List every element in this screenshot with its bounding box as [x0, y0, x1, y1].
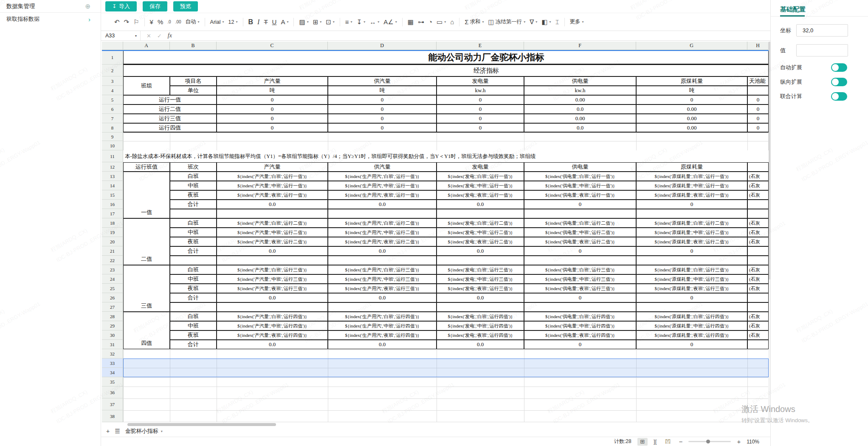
cell[interactable]: ${index('产汽量','夜班','运行二值')}: [217, 237, 328, 246]
cell[interactable]: ${index('生产用汽','白班','运行四值')}: [328, 312, 437, 321]
row-header-24[interactable]: 24: [102, 274, 123, 284]
cell[interactable]: ${index('原煤耗量','夜班','运行四值')}: [636, 330, 747, 340]
cell[interactable]: [747, 162, 769, 172]
pivot-table-icon[interactable]: ⌂: [448, 17, 456, 27]
cell[interactable]: (石灰: [747, 218, 769, 228]
row-header-22[interactable]: 22: [102, 256, 123, 265]
column-header-G[interactable]: G: [636, 42, 747, 50]
cell[interactable]: ${index('产汽量','白班','运行三值')}: [217, 265, 328, 274]
cell[interactable]: [636, 209, 747, 218]
vertical-expand-toggle[interactable]: [831, 78, 847, 86]
cell[interactable]: ${index('生产用汽','夜班','运行四值')}: [328, 330, 437, 340]
cell[interactable]: (石灰: [747, 228, 769, 237]
cell[interactable]: [170, 209, 217, 218]
decimal-increase-icon[interactable]: .00: [173, 18, 183, 25]
cell[interactable]: 中班: [170, 321, 217, 330]
row-header-12[interactable]: 12: [102, 162, 123, 172]
cell[interactable]: 0: [217, 104, 328, 114]
cell[interactable]: ${index('原煤耗量','白班','运行二值')}: [636, 218, 747, 228]
confirm-icon[interactable]: ✓: [157, 33, 162, 39]
row-header-36[interactable]: 36: [102, 387, 123, 398]
cell[interactable]: 供汽量: [328, 162, 437, 172]
coordinate-field-input[interactable]: [796, 24, 848, 37]
cell[interactable]: 合计: [170, 200, 217, 209]
cell[interactable]: (石灰: [747, 274, 769, 284]
strikethrough-icon[interactable]: T: [262, 17, 270, 27]
cell[interactable]: 本-除盐水成本-环保耗材成本，计算各班组节能指标平均值（Y1）=各班组节能指标（…: [123, 150, 769, 162]
cell[interactable]: 0.0: [217, 200, 328, 209]
column-header-H[interactable]: H: [747, 42, 769, 50]
cell[interactable]: 0: [636, 246, 747, 256]
cell[interactable]: 0.0: [217, 293, 328, 302]
cell[interactable]: (石灰: [747, 172, 769, 181]
font-family-dropdown[interactable]: Arial▾: [208, 18, 226, 26]
cell[interactable]: 0.0: [217, 340, 328, 349]
row-header-15[interactable]: 15: [102, 190, 123, 200]
cell[interactable]: [747, 200, 769, 209]
cell[interactable]: ${index('生产用汽','夜班','运行二值')}: [328, 237, 437, 246]
cell[interactable]: [170, 256, 217, 265]
cell[interactable]: 白班: [170, 312, 217, 321]
cell[interactable]: 0.0: [437, 293, 524, 302]
cell[interactable]: ${index('原煤耗量','中班','运行二值')}: [636, 228, 747, 237]
cell[interactable]: 班组: [123, 76, 170, 95]
page-layout-view-icon[interactable]: 凹: [663, 438, 673, 446]
sheet-list-icon[interactable]: ☰: [115, 428, 120, 435]
column-header-D[interactable]: D: [328, 42, 437, 50]
cell[interactable]: [747, 246, 769, 256]
cell[interactable]: [636, 256, 747, 265]
row-header-38[interactable]: 38: [102, 410, 123, 422]
cell[interactable]: 单位: [170, 86, 217, 95]
cell[interactable]: [328, 256, 437, 265]
cell[interactable]: ${index('生产用汽','中班','运行四值')}: [328, 321, 437, 330]
insert-link-icon[interactable]: ⊶: [416, 17, 426, 27]
cell[interactable]: 经济指标: [123, 65, 769, 76]
row-header-1[interactable]: 1: [102, 50, 123, 65]
cell[interactable]: ${index('原煤耗量','夜班','运行一值')}: [636, 190, 747, 200]
cell[interactable]: ${index('发电','中班','运行一值')}: [437, 181, 524, 190]
cell[interactable]: [747, 302, 769, 312]
freeze-dropdown[interactable]: ◫冻结第一行▾: [486, 17, 528, 27]
column-header-A[interactable]: A: [123, 42, 170, 50]
text-wrap-icon[interactable]: ↔▾: [367, 17, 381, 27]
select-all-corner[interactable]: [102, 42, 123, 50]
cell[interactable]: kw.h: [437, 86, 524, 95]
cell[interactable]: (石灰: [747, 330, 769, 340]
row-header-17[interactable]: 17: [102, 209, 123, 218]
cell[interactable]: ${index('发电','夜班','运行二值')}: [437, 237, 524, 246]
cell[interactable]: 0: [217, 95, 328, 104]
cell[interactable]: 0: [328, 114, 437, 123]
zoom-slider-handle[interactable]: [706, 440, 710, 443]
cell[interactable]: ${index('原煤耗量','中班','运行四值')}: [636, 321, 747, 330]
row-header-2[interactable]: 2: [102, 65, 123, 76]
cell[interactable]: 运行三值: [123, 114, 217, 123]
cell[interactable]: 0: [437, 123, 524, 133]
cell[interactable]: 0.0: [328, 340, 437, 349]
cell[interactable]: 中班: [170, 228, 217, 237]
cell[interactable]: ${index('供电量','白班','运行一值')}: [524, 172, 636, 181]
column-header-F[interactable]: F: [524, 42, 636, 50]
cell[interactable]: 原煤耗量: [636, 162, 747, 172]
cell[interactable]: 0: [328, 104, 437, 114]
cell[interactable]: 合计: [170, 293, 217, 302]
row-header-34[interactable]: 34: [102, 368, 123, 377]
cell[interactable]: 0.00: [636, 104, 747, 114]
cell[interactable]: ${index('发电','中班','运行二值')}: [437, 228, 524, 237]
cell[interactable]: 吨: [636, 86, 747, 95]
cell[interactable]: (石灰: [747, 265, 769, 274]
cell[interactable]: 四值: [123, 312, 170, 349]
currency-format-icon[interactable]: ¥: [148, 17, 155, 27]
cell[interactable]: 0: [524, 246, 636, 256]
cell[interactable]: 0.0: [437, 246, 524, 256]
cell[interactable]: ${index('原煤耗量','夜班','运行二值')}: [636, 237, 747, 246]
cell[interactable]: ${index('生产用汽','夜班','运行一值')}: [328, 190, 437, 200]
cell[interactable]: [217, 209, 328, 218]
borders-icon[interactable]: ⊞▾: [311, 17, 324, 27]
cell[interactable]: [636, 302, 747, 312]
cell[interactable]: ${index('生产用汽','中班','运行二值')}: [328, 228, 437, 237]
cell[interactable]: 能动公司动力厂金驼杯小指标: [123, 50, 769, 65]
row-header-14[interactable]: 14: [102, 181, 123, 190]
cell[interactable]: 合计: [170, 246, 217, 256]
cell[interactable]: [747, 86, 769, 95]
cell[interactable]: [217, 302, 328, 312]
